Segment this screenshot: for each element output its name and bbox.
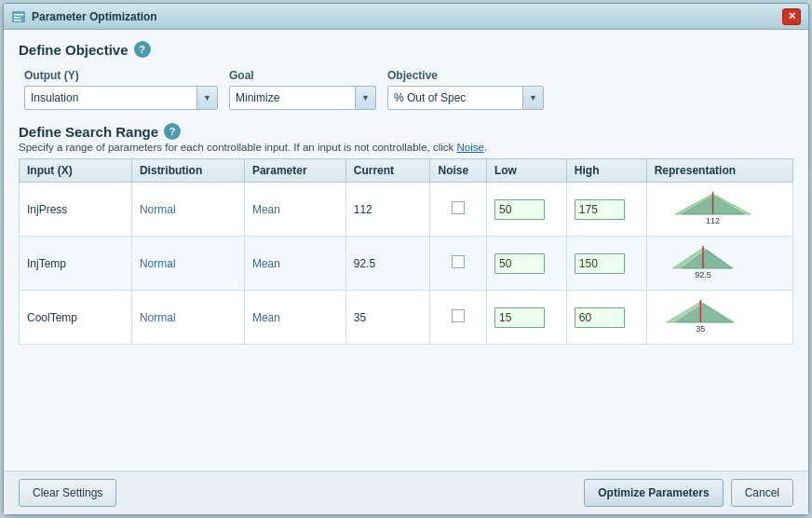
footer: Clear Settings Optimize Parameters Cance…	[4, 470, 808, 514]
cell-input: CoolTemp	[20, 291, 132, 345]
objective-arrow: ▼	[522, 87, 543, 109]
goal-select-wrap: Minimize ▼	[223, 84, 382, 112]
col-header-dist: Distribution	[131, 159, 244, 183]
cell-current: 35	[345, 291, 430, 345]
goal-col: Goal Minimize ▼	[223, 65, 382, 112]
params-table: Input (X) Distribution Parameter Current…	[19, 158, 793, 345]
cell-parameter: Mean	[244, 291, 345, 345]
optimize-parameters-button[interactable]: Optimize Parameters	[584, 479, 723, 507]
objective-col: Objective % Out of Spec ▼	[382, 65, 549, 112]
output-arrow: ▼	[196, 87, 217, 109]
svg-text:112: 112	[706, 216, 720, 225]
output-select-wrap: Insulation ▼	[19, 84, 223, 112]
col-header-high: High	[566, 159, 646, 183]
noise-link[interactable]: Noise	[456, 142, 483, 153]
cell-noise	[430, 183, 486, 237]
representation-chart: 112	[655, 188, 759, 227]
objective-grid: Output (Y) Insulation ▼ Goal Minimize ▼	[19, 65, 793, 112]
title-bar: Parameter Optimization ✕	[4, 4, 808, 30]
low-input[interactable]	[494, 199, 545, 220]
cell-current: 92.5	[345, 237, 430, 291]
noise-checkbox[interactable]	[452, 201, 465, 214]
col-header-low: Low	[486, 159, 566, 183]
goal-arrow: ▼	[355, 87, 375, 109]
cell-current: 112	[345, 183, 430, 237]
objective-dropdown[interactable]: % Out of Spec ▼	[387, 86, 544, 110]
high-input[interactable]	[575, 253, 625, 274]
svg-rect-2	[14, 17, 20, 19]
table-row: InjTemp Normal Mean 92.5 92.	[20, 237, 793, 291]
window-icon	[11, 9, 26, 24]
search-heading: Define Search Range	[19, 124, 158, 140]
cell-input: InjPress	[20, 183, 132, 237]
noise-checkbox[interactable]	[452, 255, 465, 268]
col-header-noise: Noise	[430, 159, 486, 183]
output-header: Output (Y)	[19, 65, 223, 84]
window-title: Parameter Optimization	[32, 10, 157, 23]
objective-heading: Define Objective	[19, 42, 129, 58]
representation-chart: 92.5	[655, 242, 759, 281]
search-subtitle: Specify a range of parameters for each c…	[19, 140, 793, 158]
table-header-row: Input (X) Distribution Parameter Current…	[20, 159, 793, 183]
define-objective-title: Define Objective ?	[19, 41, 793, 58]
cell-representation: 35	[646, 291, 792, 345]
search-help-icon[interactable]: ?	[164, 123, 181, 140]
cell-noise	[430, 291, 486, 345]
define-search-section: Define Search Range ? Specify a range of…	[19, 123, 793, 345]
search-range-title: Define Search Range ?	[19, 123, 793, 140]
table-row: CoolTemp Normal Mean 35 35	[20, 291, 793, 345]
col-header-param: Parameter	[244, 159, 345, 183]
main-window: Parameter Optimization ✕ Define Objectiv…	[3, 3, 809, 515]
cell-representation: 112	[646, 183, 792, 237]
cell-parameter: Mean	[244, 183, 345, 237]
cell-high	[566, 237, 646, 291]
svg-text:92.5: 92.5	[695, 270, 711, 279]
objective-select-wrap: % Out of Spec ▼	[382, 84, 549, 112]
cell-low	[486, 237, 566, 291]
define-objective-section: Define Objective ? Output (Y) Insulation…	[19, 41, 793, 112]
objective-help-icon[interactable]: ?	[134, 41, 151, 58]
objective-value: % Out of Spec	[388, 91, 522, 104]
high-input[interactable]	[575, 199, 625, 220]
cell-representation: 92.5	[646, 237, 792, 291]
title-bar-left: Parameter Optimization	[11, 9, 157, 24]
content-area: Define Objective ? Output (Y) Insulation…	[4, 30, 808, 470]
objective-header: Objective	[382, 65, 549, 84]
goal-value: Minimize	[230, 91, 355, 104]
table-row: InjPress Normal Mean 112 112	[20, 183, 793, 237]
cell-distribution: Normal	[131, 291, 244, 345]
goal-dropdown[interactable]: Minimize ▼	[229, 86, 376, 110]
cell-low	[486, 291, 566, 345]
svg-text:35: 35	[696, 324, 705, 334]
low-input[interactable]	[494, 253, 545, 274]
svg-rect-1	[14, 14, 23, 16]
cell-input: InjTemp	[20, 237, 132, 291]
cell-distribution: Normal	[131, 183, 244, 237]
noise-checkbox[interactable]	[452, 309, 465, 322]
cell-high	[566, 183, 646, 237]
col-header-rep: Representation	[646, 159, 792, 183]
goal-header: Goal	[223, 65, 382, 84]
output-value: Insulation	[25, 91, 196, 104]
cell-distribution: Normal	[131, 237, 244, 291]
svg-rect-3	[14, 20, 21, 21]
cell-noise	[430, 237, 486, 291]
footer-right-buttons: Optimize Parameters Cancel	[584, 479, 793, 507]
cell-low	[486, 183, 566, 237]
output-col: Output (Y) Insulation ▼	[19, 65, 223, 112]
cell-high	[566, 291, 646, 345]
representation-chart: 35	[655, 296, 759, 335]
cell-parameter: Mean	[244, 237, 345, 291]
col-header-input: Input (X)	[20, 159, 132, 183]
clear-settings-button[interactable]: Clear Settings	[19, 479, 116, 507]
col-header-current: Current	[345, 159, 430, 183]
output-dropdown[interactable]: Insulation ▼	[24, 86, 218, 110]
high-input[interactable]	[575, 307, 625, 328]
close-button[interactable]: ✕	[782, 8, 801, 25]
cancel-button[interactable]: Cancel	[731, 479, 793, 507]
low-input[interactable]	[494, 307, 545, 328]
